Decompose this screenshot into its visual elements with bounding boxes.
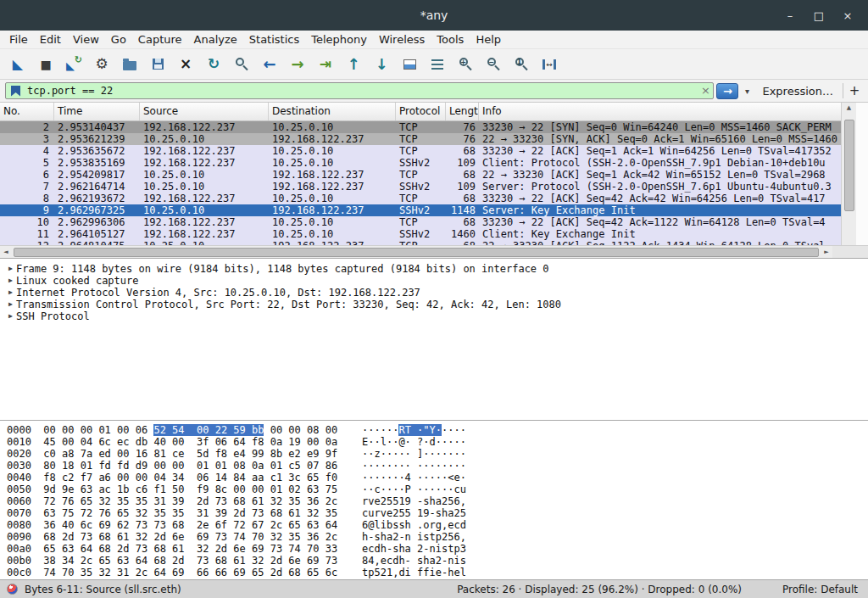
column-header-length[interactable]: Length — [446, 103, 479, 120]
stop-capture-button[interactable]: ■ — [35, 53, 57, 76]
packet-row-3[interactable]: 32.95362123910.25.0.10192.168.122.237TCP… — [0, 133, 868, 145]
go-last-button[interactable]: ↓ — [370, 53, 392, 76]
menu-statistics[interactable]: Statistics — [243, 31, 305, 48]
scroll-right-icon[interactable]: ► — [821, 249, 832, 255]
menu-analyze[interactable]: Analyze — [188, 31, 243, 48]
scroll-left-icon[interactable]: ◄ — [0, 249, 12, 255]
hex-bytes: 68 2d 73 68 61 32 2d 6e 69 73 74 70 32 3… — [43, 531, 337, 543]
menu-go[interactable]: Go — [105, 31, 132, 48]
go-first-button[interactable]: ↑ — [342, 53, 364, 76]
menu-edit[interactable]: Edit — [34, 31, 67, 48]
hex-row-0030[interactable]: 0030 80 18 01 fd fd d9 00 00 01 01 08 0a… — [0, 460, 868, 472]
hex-row-0050[interactable]: 0050 9d 9e 63 ac 1b c6 f1 50 f9 8c 00 00… — [0, 483, 868, 495]
resize-columns-button[interactable]: ↔ — [538, 53, 560, 76]
add-filter-button[interactable]: + — [846, 83, 863, 98]
auto-scroll-button[interactable] — [426, 53, 448, 76]
find-packet-button[interactable] — [231, 53, 253, 76]
restart-capture-icon: ◣↻ — [66, 58, 81, 71]
hex-row-0070[interactable]: 0070 63 75 72 76 65 32 35 35 31 39 2d 73… — [0, 507, 868, 519]
detail-row-3[interactable]: ▶Transmission Control Protocol, Src Port… — [0, 299, 868, 310]
expert-info-icon[interactable] — [7, 584, 18, 595]
hex-offset: 0040 — [7, 472, 31, 483]
packet-row-11[interactable]: 112.964105127192.168.122.23710.25.0.10SS… — [0, 228, 868, 240]
column-header-protocol[interactable]: Protocol — [396, 103, 446, 120]
menu-telephony[interactable]: Telephony — [305, 31, 373, 48]
zoom-out-button[interactable]: − — [482, 53, 504, 76]
packet-row-7[interactable]: 72.96216471410.25.0.10192.168.122.237SSH… — [0, 181, 868, 193]
column-header-no[interactable]: No. — [0, 103, 54, 120]
zoom-original-button[interactable]: 1 — [510, 53, 532, 76]
packet-list-horizontal-scrollbar[interactable]: ◄ ► — [0, 245, 832, 258]
detail-row-4[interactable]: ▶SSH Protocol — [0, 310, 868, 322]
packet-row-8[interactable]: 82.962193672192.168.122.23710.25.0.10TCP… — [0, 193, 868, 204]
expander-icon[interactable]: ▶ — [5, 263, 16, 275]
hex-bytes: c0 a8 7a ed 00 16 81 ce 5d f8 e4 99 8b e… — [43, 448, 337, 460]
status-profile[interactable]: Profile: Default — [782, 584, 858, 595]
expression-button[interactable]: Expression… — [755, 85, 840, 98]
packet-row-2[interactable]: 22.953140437192.168.122.23710.25.0.10TCP… — [0, 121, 868, 133]
hex-row-0080[interactable]: 0080 36 40 6c 69 62 73 73 68 2e 6f 72 67… — [0, 519, 868, 531]
vertical-scroll-thumb[interactable] — [844, 120, 854, 211]
hex-row-00a0[interactable]: 00a0 65 63 64 68 2d 73 68 61 32 2d 6e 69… — [0, 543, 868, 555]
hex-row-00b0[interactable]: 00b0 38 34 2c 65 63 64 68 2d 73 68 61 32… — [0, 555, 868, 567]
save-capture-button[interactable] — [147, 53, 169, 76]
go-back-button[interactable]: ← — [259, 53, 281, 76]
packet-row-10[interactable]: 102.962996306192.168.122.23710.25.0.10TC… — [0, 216, 868, 228]
hex-row-0040[interactable]: 0040 f8 c2 f7 a6 00 00 04 34 06 14 84 aa… — [0, 472, 868, 483]
apply-filter-button[interactable]: → — [716, 83, 738, 99]
go-to-packet-button[interactable]: ⇥ — [314, 53, 337, 76]
restart-capture-button[interactable]: ◣↻ — [63, 53, 85, 76]
scroll-up-icon[interactable]: ▲ — [847, 103, 851, 113]
expander-icon[interactable]: ▶ — [5, 299, 16, 310]
display-filter-field[interactable]: × — [5, 82, 714, 99]
close-capture-button[interactable]: × — [175, 53, 197, 76]
menu-view[interactable]: View — [67, 31, 105, 48]
start-capture-button[interactable]: ◣ — [7, 53, 29, 76]
packet-row-4[interactable]: 42.953635672192.168.122.23710.25.0.10TCP… — [0, 145, 868, 157]
packet-row-9[interactable]: 92.96296732510.25.0.10192.168.122.237SSH… — [0, 204, 868, 216]
hex-row-0060[interactable]: 0060 72 76 65 32 35 35 31 39 2d 73 68 61… — [0, 495, 868, 507]
expander-icon[interactable]: ▶ — [5, 275, 16, 287]
column-header-time[interactable]: Time — [54, 103, 140, 120]
close-button[interactable]: × — [839, 9, 856, 22]
go-forward-button[interactable]: → — [287, 53, 309, 76]
hex-row-0010[interactable]: 0010 45 00 04 6c ec db 40 00 3f 06 64 f8… — [0, 436, 868, 448]
capture-options-button[interactable]: ⚙ — [91, 53, 113, 76]
detail-row-0[interactable]: ▶Frame 9: 1148 bytes on wire (9184 bits)… — [0, 263, 868, 275]
expander-icon[interactable]: ▶ — [5, 310, 16, 322]
column-header-source[interactable]: Source — [140, 103, 269, 120]
packet-no: 7 — [0, 181, 54, 193]
hex-row-0020[interactable]: 0020 c0 a8 7a ed 00 16 81 ce 5d f8 e4 99… — [0, 448, 868, 460]
clear-filter-icon[interactable]: × — [698, 83, 713, 98]
packet-source: 10.25.0.10 — [140, 133, 269, 145]
reload-button[interactable]: ↻ — [203, 53, 225, 76]
menu-tools[interactable]: Tools — [431, 31, 470, 48]
detail-row-2[interactable]: ▶Internet Protocol Version 4, Src: 10.25… — [0, 287, 868, 299]
menu-help[interactable]: Help — [470, 31, 507, 48]
hex-row-00c0[interactable]: 00c0 74 70 35 32 31 2c 64 69 66 66 69 65… — [0, 567, 868, 578]
window-controls: – □ × — [782, 9, 868, 22]
expander-icon[interactable]: ▶ — [5, 287, 16, 299]
detail-row-1[interactable]: ▶Linux cooked capture — [0, 275, 868, 287]
hex-row-0000[interactable]: 0000 00 00 00 01 00 06 52 54 00 22 59 bb… — [0, 424, 868, 436]
column-header-destination[interactable]: Destination — [269, 103, 396, 120]
bookmark-icon[interactable] — [11, 86, 20, 97]
display-filter-input[interactable] — [27, 83, 698, 98]
minimize-button[interactable]: – — [782, 9, 798, 22]
colorize-button[interactable] — [398, 53, 420, 76]
maximize-button[interactable]: □ — [810, 9, 827, 22]
packet-list-vertical-scrollbar[interactable]: ▲ — [841, 103, 856, 245]
menu-file[interactable]: File — [3, 31, 34, 48]
open-capture-button[interactable] — [119, 53, 141, 76]
horizontal-scroll-thumb[interactable] — [14, 248, 819, 257]
zoom-in-button[interactable]: + — [454, 53, 476, 76]
hex-row-0090[interactable]: 0090 68 2d 73 68 61 32 2d 6e 69 73 74 70… — [0, 531, 868, 543]
column-header-info[interactable]: Info — [479, 103, 868, 120]
packet-no: 2 — [0, 121, 54, 133]
menu-wireless[interactable]: Wireless — [373, 31, 431, 48]
packet-row-6[interactable]: 62.95420981710.25.0.10192.168.122.237TCP… — [0, 169, 868, 181]
packet-row-5[interactable]: 52.953835169192.168.122.23710.25.0.10SSH… — [0, 157, 868, 169]
packet-list-right-margin — [856, 103, 868, 245]
filter-dropdown-chevron-icon[interactable]: ▾ — [741, 83, 753, 99]
menu-capture[interactable]: Capture — [132, 31, 188, 48]
